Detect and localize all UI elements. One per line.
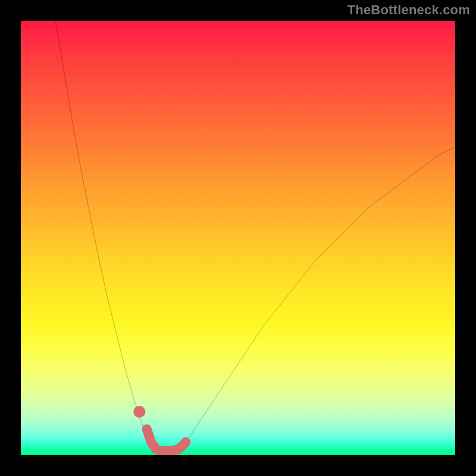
plot-area xyxy=(21,21,455,455)
chart-frame: TheBottleneck.com xyxy=(0,0,476,476)
series-left-branch xyxy=(55,21,149,442)
series-right-branch xyxy=(186,147,455,442)
chart-svg xyxy=(21,21,455,455)
series-pink-dot xyxy=(133,406,145,418)
series-bottom-pink-segment xyxy=(147,429,186,451)
watermark-text: TheBottleneck.com xyxy=(347,2,470,18)
